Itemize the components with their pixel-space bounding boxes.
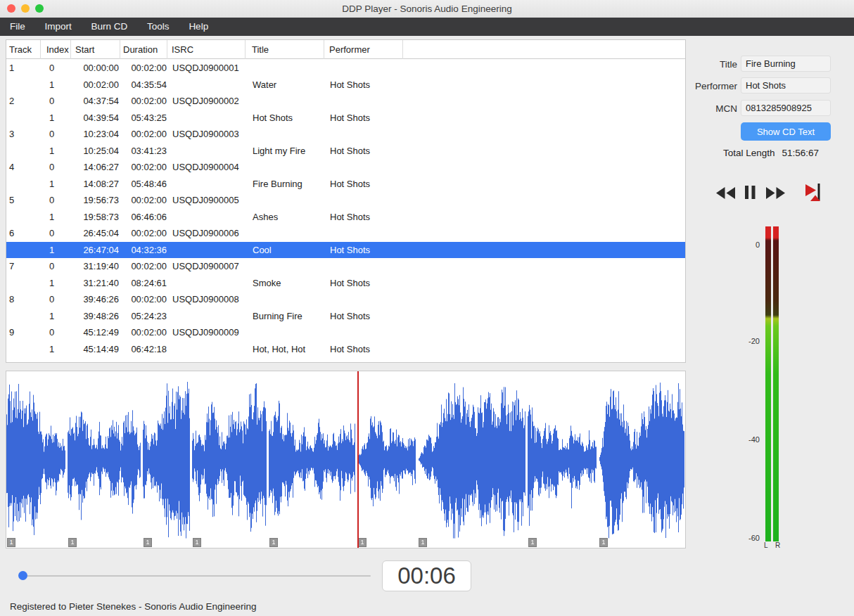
index-marker-tag: 1	[193, 538, 201, 547]
position-slider[interactable]	[18, 568, 373, 585]
fast-forward-icon	[766, 191, 785, 201]
table-cell: 1	[41, 341, 71, 358]
column-header-start[interactable]: Start	[71, 40, 120, 59]
table-cell	[324, 159, 416, 176]
table-cell: 00:02:00	[120, 258, 167, 275]
title-field[interactable]	[741, 56, 831, 72]
waveform-display[interactable]: 111111111	[6, 371, 686, 548]
table-cell	[167, 308, 246, 325]
table-cell	[324, 93, 416, 110]
table-cell: 39:48:26	[71, 308, 119, 325]
table-row[interactable]: 126:47:0404:32:36CoolHot Shots	[6, 242, 685, 259]
table-cell: 08:24:61	[120, 275, 167, 292]
table-cell: 0	[41, 93, 71, 110]
table-cell: 14:08:27	[71, 176, 119, 193]
table-cell: 5	[6, 192, 41, 209]
table-row[interactable]: 139:48:2605:24:23Burning FireHot Shots	[6, 308, 685, 325]
table-cell	[246, 225, 324, 242]
table-row[interactable]: 4014:06:2700:02:00USQDJ0900004	[6, 159, 685, 176]
table-row[interactable]: 5019:56:7300:02:00USQDJ0900005	[6, 192, 685, 209]
menu-tools[interactable]: Tools	[147, 18, 170, 36]
table-cell	[246, 258, 324, 275]
table-cell: 2	[6, 93, 41, 110]
column-header-performer[interactable]: Performer	[324, 40, 403, 59]
table-row[interactable]: 131:21:4008:24:61SmokeHot Shots	[6, 275, 685, 292]
menu-import[interactable]: Import	[45, 18, 72, 36]
table-cell: Hot Shots	[324, 143, 416, 160]
table-cell: Hot Shots	[324, 176, 416, 193]
table-cell: 04:32:36	[120, 242, 167, 259]
table-cell: 03:41:23	[120, 143, 167, 160]
table-cell: Hot Shots	[324, 275, 416, 292]
table-cell: 1	[41, 77, 71, 94]
performer-field[interactable]	[741, 77, 831, 94]
table-cell: 0	[41, 291, 71, 308]
table-row[interactable]: 2004:37:5400:02:00USQDJ0900002	[6, 93, 685, 110]
pause-button[interactable]	[745, 186, 756, 201]
table-cell: USQDJ0900003	[167, 126, 246, 143]
table-row[interactable]: 114:08:2705:48:46Fire BurningHot Shots	[6, 176, 685, 193]
table-cell: 4	[6, 159, 41, 176]
column-header-index[interactable]: Index	[41, 40, 71, 59]
slider-thumb[interactable]	[18, 571, 27, 580]
play-to-marker-button[interactable]	[804, 183, 825, 205]
table-cell: Burning Fire	[246, 308, 324, 325]
meter-scale-minus20: -20	[739, 337, 760, 345]
show-cd-text-button[interactable]: Show CD Text	[741, 122, 831, 141]
table-cell	[6, 77, 41, 94]
table-cell: 00:02:00	[120, 291, 167, 308]
table-row[interactable]: 119:58:7306:46:06AshesHot Shots	[6, 209, 685, 226]
level-meter-right	[773, 226, 779, 541]
table-cell: USQDJ0900007	[167, 258, 246, 275]
table-cell: 45:12:49	[71, 324, 119, 341]
table-cell: 05:43:25	[120, 110, 167, 127]
table-row[interactable]: 1000:00:0000:02:00USQDJ0900001	[6, 60, 685, 77]
table-row[interactable]: 8039:46:2600:02:00USQDJ0900008	[6, 291, 685, 308]
table-row[interactable]: 6026:45:0400:02:00USQDJ0900006	[6, 225, 685, 242]
table-row[interactable]: 110:25:0403:41:23Light my FireHot Shots	[6, 143, 685, 160]
column-header-title[interactable]: Title	[246, 40, 324, 59]
table-cell	[246, 93, 324, 110]
playhead-cursor[interactable]	[357, 371, 359, 548]
table-row[interactable]: 7031:19:4000:02:00USQDJ0900007	[6, 258, 685, 275]
rewind-button[interactable]	[716, 187, 735, 201]
level-meter-left	[765, 226, 771, 541]
table-cell: 1	[41, 176, 71, 193]
table-row[interactable]: 9045:12:4900:02:00USQDJ0900009	[6, 324, 685, 341]
table-cell: 0	[41, 225, 71, 242]
column-header-track[interactable]: Track	[6, 40, 41, 59]
slider-track[interactable]	[20, 575, 371, 577]
table-cell: 1	[41, 110, 71, 127]
table-row[interactable]: 3010:23:0400:02:00USQDJ0900003	[6, 126, 685, 143]
table-cell: 0	[41, 324, 71, 341]
table-cell	[167, 209, 246, 226]
fast-forward-button[interactable]	[766, 187, 785, 201]
table-cell: USQDJ0900008	[167, 291, 246, 308]
play-to-marker-icon	[804, 194, 825, 205]
table-cell: 0	[41, 126, 71, 143]
waveform-canvas[interactable]	[6, 371, 685, 548]
window-title: DDP Player - Sonoris Audio Engineering	[0, 0, 854, 18]
table-cell: 10:23:04	[71, 126, 119, 143]
table-cell	[6, 242, 41, 259]
mcn-field[interactable]	[741, 100, 831, 116]
table-row[interactable]: 104:39:5405:43:25Hot ShotsHot Shots	[6, 110, 685, 127]
table-cell	[324, 291, 416, 308]
table-cell	[246, 324, 324, 341]
table-cell: Hot, Hot, Hot	[246, 341, 324, 358]
table-cell: 1	[41, 209, 71, 226]
table-row[interactable]: 100:02:0004:35:54WaterHot Shots	[6, 77, 685, 94]
table-cell: Cool	[246, 242, 324, 259]
table-row[interactable]: 145:14:4906:42:18Hot, Hot, HotHot Shots	[6, 341, 685, 358]
table-cell	[324, 60, 416, 77]
menu-help[interactable]: Help	[189, 18, 208, 36]
table-cell	[6, 209, 41, 226]
column-header-duration[interactable]: Duration	[120, 40, 167, 59]
menu-burn-cd[interactable]: Burn CD	[91, 18, 128, 36]
table-cell	[167, 143, 246, 160]
app-window: DDP Player - Sonoris Audio Engineering F…	[0, 0, 854, 616]
table-cell: Hot Shots	[324, 209, 416, 226]
column-header-isrc[interactable]: ISRC	[167, 40, 246, 59]
table-cell: Water	[246, 77, 324, 94]
menu-file[interactable]: File	[10, 18, 25, 36]
